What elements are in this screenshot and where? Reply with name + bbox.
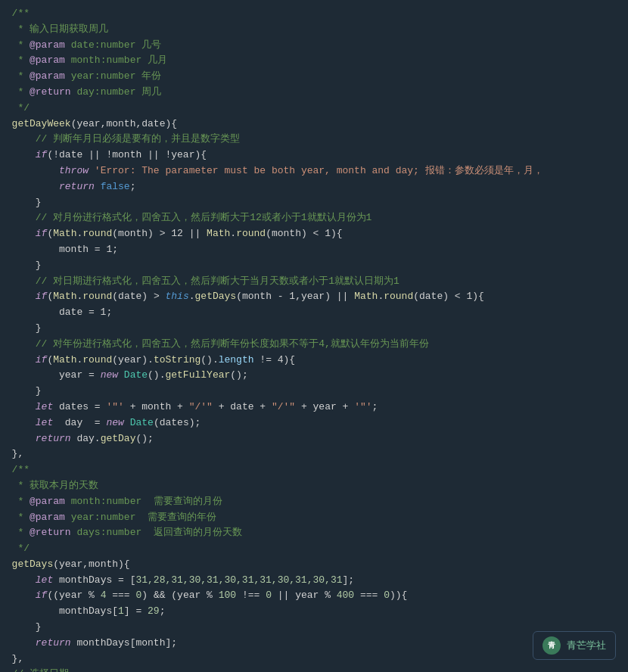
code-token: @param (30, 512, 65, 523)
line-content: getDays(year,month){ (0, 557, 620, 573)
line-content: } (0, 195, 620, 211)
code-token: days:number 返回查询的月份天数 (71, 527, 242, 538)
code-token: if (36, 354, 48, 366)
code-token: @param (30, 54, 65, 66)
code-token: * (0, 86, 30, 98)
code-token: round (236, 228, 266, 239)
code-token: let (36, 417, 53, 428)
code-token: === (106, 590, 135, 601)
line-content: } (0, 384, 620, 400)
code-token (0, 574, 36, 586)
code-token: * (0, 512, 30, 523)
code-line: } (0, 195, 628, 211)
line-content: let day = new Date(dates); (0, 415, 620, 431)
code-token: Date (124, 369, 148, 381)
code-token: 'Error: The parameter must be both year,… (95, 165, 419, 176)
line-content: if(Math.round(month) > 12 || Math.round(… (0, 226, 620, 242)
code-token (0, 354, 36, 366)
code-editor: /** * 输入日期获取周几 * @param date:number 几号 *… (0, 0, 628, 672)
code-token (95, 181, 101, 192)
code-token: monthDays = [ (53, 574, 135, 586)
code-token: 0 (266, 590, 272, 601)
code-token (0, 291, 36, 302)
code-token: * (0, 496, 30, 507)
code-token: Math (53, 291, 76, 302)
code-token: (year,month){ (53, 558, 129, 570)
code-line: // 对年份进行格式化，四舍五入，然后判断年份长度如果不等于4,就默认年份为当前… (0, 337, 628, 353)
code-token: if (36, 590, 48, 601)
code-token: // 对日期进行格式化，四舍五入，然后判断大于当月天数或者小于1就默认日期为1 (0, 275, 399, 287)
code-line: if(Math.round(date) > this.getDays(month… (0, 289, 628, 305)
code-line: getDayWeek(year,month,date){ (0, 117, 628, 132)
code-token: round (384, 291, 413, 302)
line-content: // 选择日期 (0, 667, 620, 672)
code-token: (month) > 12 || (112, 228, 207, 239)
code-token: @param (30, 39, 65, 51)
line-content: if(Math.round(date) > this.getDays(month… (0, 289, 620, 305)
line-content: } (0, 321, 620, 337)
code-token: }, (0, 448, 23, 459)
code-token: * 获取本月的天数 (0, 480, 98, 491)
line-content: return day.getDay(); (0, 431, 620, 447)
code-token: round (82, 354, 112, 366)
code-token: throw (59, 165, 89, 176)
line-content: // 判断年月日必须是要有的，并且是数字类型 (0, 132, 620, 148)
code-line: * @param year:number 年份 (0, 69, 628, 85)
code-line: // 对月份进行格式化，四舍五入，然后判断大于12或者小于1就默认月份为1 (0, 210, 628, 226)
code-line: * @param month:number 几月 (0, 53, 628, 69)
line-content: if(Math.round(year).toString().length !=… (0, 353, 620, 369)
code-token: (). (148, 369, 165, 381)
code-token: year:number 年份 (65, 70, 161, 82)
code-token: Math (53, 228, 76, 239)
code-token: return (36, 637, 71, 649)
code-token: ]; (342, 574, 354, 586)
code-line: } (0, 384, 628, 400)
code-token: === (354, 590, 384, 601)
code-token: } (0, 260, 42, 271)
code-line: if(!date || !month || !year){ (0, 148, 628, 163)
code-token: round (82, 228, 112, 239)
code-line: */ (0, 541, 628, 557)
code-token: (year,month,date){ (71, 118, 177, 129)
code-token (89, 165, 95, 176)
code-token: "/'" (272, 401, 295, 412)
code-token (0, 590, 36, 601)
code-token: ((year % (47, 590, 100, 601)
line-content: return false; (0, 179, 620, 195)
code-line: * 输入日期获取周几 (0, 22, 628, 38)
code-token: )){ (390, 590, 407, 601)
code-token: ] = (124, 605, 148, 617)
code-token: 100 (219, 590, 236, 601)
code-token: '"' (354, 401, 372, 412)
line-content: monthDays[1] = 29; (0, 604, 620, 620)
code-token: "/'" (189, 401, 213, 412)
code-token: || year % (272, 590, 337, 601)
line-content: return monthDays[month]; (0, 636, 620, 652)
line-content: let monthDays = [31,28,31,30,31,30,31,31… (0, 573, 620, 589)
code-token (0, 433, 36, 444)
code-token: @param (30, 70, 65, 82)
line-content: * @param date:number 几号 (0, 38, 620, 54)
code-token: // 判断年月日必须是要有的，并且是数字类型 (0, 133, 240, 145)
code-token: // 对月份进行格式化，四舍五入，然后判断大于12或者小于1就默认月份为1 (0, 212, 372, 223)
code-token: /** (0, 8, 30, 19)
code-token: 400 (337, 590, 354, 601)
code-token: 报错：参数必须是年，月， (419, 165, 543, 176)
code-token: + month + (124, 401, 189, 412)
code-token: month:number 几月 (65, 54, 167, 66)
code-token: (month - 1,year) || (236, 291, 354, 302)
code-token: 1 (118, 605, 124, 617)
code-token: month = 1; (0, 244, 118, 255)
code-token: } (0, 322, 42, 334)
code-token: @return (30, 527, 71, 538)
code-line: year = new Date().getFullYear(); (0, 368, 628, 384)
code-token: * (0, 527, 30, 538)
code-token (0, 401, 36, 412)
watermark-icon-text: 青 (548, 639, 555, 652)
code-token: year = (0, 369, 101, 381)
code-token: if (36, 291, 48, 302)
code-token: ) && (year % (141, 590, 218, 601)
code-token (0, 149, 36, 160)
code-token: getDays (195, 291, 237, 302)
code-line: * @param month:number 需要查询的月份 (0, 494, 628, 510)
